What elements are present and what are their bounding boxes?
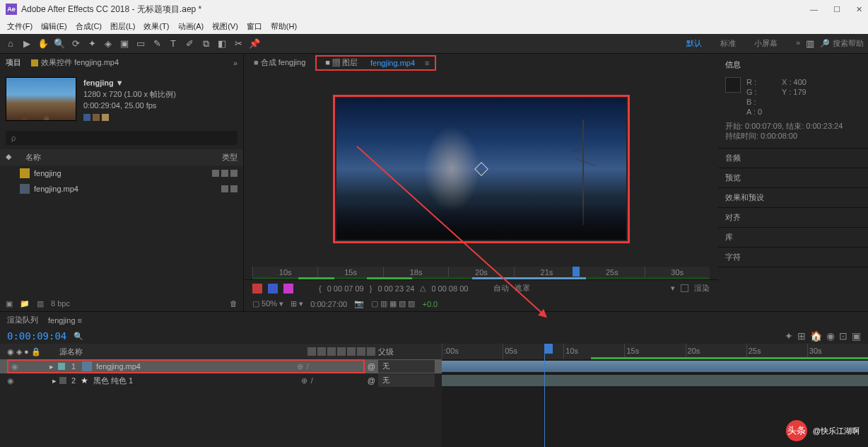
zoom-tool-icon[interactable]: 🔍 xyxy=(53,37,66,50)
panel-align[interactable]: 对齐 xyxy=(718,208,868,228)
eraser-tool-icon[interactable]: ◧ xyxy=(216,37,228,50)
close-button[interactable]: ✕ xyxy=(856,5,862,14)
red-swatch[interactable] xyxy=(252,284,262,294)
menu-effect[interactable]: 效果(T) xyxy=(141,21,172,33)
pen-tool-icon[interactable]: ✎ xyxy=(151,37,163,50)
playhead-icon[interactable] xyxy=(573,267,580,277)
layer-bar-1[interactable] xyxy=(442,361,868,372)
zoom-dropdown[interactable]: ▢ 50% ▾ xyxy=(252,299,283,308)
home-icon[interactable]: ⌂ xyxy=(4,37,17,50)
parent-dropdown[interactable]: 无 xyxy=(378,360,435,373)
alpha-dropdown[interactable]: 自动 xyxy=(493,283,509,294)
text-tool-icon[interactable]: T xyxy=(167,37,180,50)
workspace-menu-icon[interactable]: ▥ xyxy=(804,37,816,50)
expand-icon[interactable]: ▸ xyxy=(52,376,57,385)
workspace-more-icon[interactable]: » xyxy=(796,38,800,49)
out-time[interactable]: 0 00 23 24 xyxy=(377,284,414,293)
workspace-small[interactable]: 小屏幕 xyxy=(754,38,778,49)
panel-info-title[interactable]: 信息 xyxy=(718,57,868,73)
panel-menu-icon[interactable]: ≡ xyxy=(425,59,429,67)
new-folder-icon[interactable]: 📁 xyxy=(20,299,30,308)
maximize-button[interactable]: ☐ xyxy=(833,5,840,14)
in-bracket-icon[interactable]: { xyxy=(319,284,322,293)
menu-help[interactable]: 帮助(H) xyxy=(268,21,300,33)
tab-render-queue[interactable]: 渲染队列 xyxy=(7,315,38,325)
hand-tool-icon[interactable]: ✋ xyxy=(37,37,49,50)
tab-timeline-comp[interactable]: fengjing ≡ xyxy=(48,316,82,325)
panel-character[interactable]: 字符 xyxy=(718,248,868,267)
current-timecode[interactable]: 0:00:09:04 xyxy=(7,330,66,342)
puppet-tool-icon[interactable]: 📌 xyxy=(248,37,261,50)
tab-effect-controls[interactable]: 效果控件 fengjing.mp4 xyxy=(31,57,119,68)
out-bracket-icon[interactable]: } xyxy=(370,284,373,293)
camera-tool-icon[interactable]: ◈ xyxy=(102,37,115,50)
interpret-icon[interactable]: ▣ xyxy=(6,299,13,308)
help-search[interactable]: 🔎 搜索帮助 xyxy=(820,38,864,49)
asset-thumbnail[interactable] xyxy=(6,77,76,121)
asset-name[interactable]: fengjing ▼ xyxy=(83,77,176,88)
current-time[interactable]: 0:00:27:00 xyxy=(310,300,347,308)
panel-libraries[interactable]: 库 xyxy=(718,228,868,248)
playhead-icon[interactable] xyxy=(544,344,553,354)
mini-time-ruler[interactable]: 10s 15s 18s 20s 21s 25s 30s xyxy=(252,267,710,279)
panel-audio[interactable]: 音频 xyxy=(718,149,868,168)
parent-pickwhip-icon[interactable]: @ xyxy=(368,362,375,371)
menu-anim[interactable]: 动画(A) xyxy=(175,21,207,33)
selection-tool-icon[interactable]: ▶ xyxy=(20,37,33,50)
rotate-tool-icon[interactable]: ✦ xyxy=(86,37,98,50)
menu-file[interactable]: 文件(F) xyxy=(4,21,35,33)
expand-icon[interactable]: ▸ xyxy=(49,362,54,371)
res-dropdown[interactable]: ⊞ ▾ xyxy=(291,299,303,308)
roto-tool-icon[interactable]: ✂ xyxy=(232,37,245,50)
menu-comp[interactable]: 合成(C) xyxy=(73,21,105,33)
layer-row-1[interactable]: ◉ ▸ 1 fengjing.mp4 ⊕/ @ 无 xyxy=(0,359,442,373)
menu-layer[interactable]: 图层(L) xyxy=(107,21,138,33)
workspace-standard[interactable]: 标准 xyxy=(720,38,736,49)
visibility-icon[interactable]: ◉ xyxy=(7,376,16,385)
project-item-comp[interactable]: fengjing xyxy=(0,166,243,181)
blue-swatch[interactable] xyxy=(268,284,278,294)
tl-snap-icon[interactable]: ▣ xyxy=(852,330,861,342)
magenta-swatch[interactable] xyxy=(283,284,293,294)
panel-effects[interactable]: 效果和预设 xyxy=(718,188,868,208)
tab-composition[interactable]: ■ 合成 fengjing xyxy=(251,56,308,69)
tl-shy-icon[interactable]: 🏠 xyxy=(810,330,822,342)
pan-behind-icon[interactable]: ▣ xyxy=(118,37,131,50)
tl-graph-icon[interactable]: ⊡ xyxy=(839,330,848,342)
col-parent[interactable]: 父级 xyxy=(378,347,435,357)
duration-time[interactable]: 0 00 08 00 xyxy=(431,284,468,293)
visibility-icon[interactable]: ◉ xyxy=(11,362,20,371)
tl-comp-icon[interactable]: ⊞ xyxy=(797,330,806,342)
menu-edit[interactable]: 编辑(E) xyxy=(38,21,70,33)
menu-view[interactable]: 视图(V) xyxy=(209,21,241,33)
layer-bar-2[interactable] xyxy=(442,375,868,386)
snapshot-icon[interactable]: 📷 xyxy=(354,299,364,308)
render-checkbox[interactable] xyxy=(681,284,688,292)
column-type[interactable]: 类型 xyxy=(222,152,237,163)
tl-blur-icon[interactable]: ◉ xyxy=(826,330,835,342)
shape-tool-icon[interactable]: ▭ xyxy=(134,37,147,50)
parent-pickwhip-icon[interactable]: @ xyxy=(368,376,375,385)
in-time[interactable]: 0 00 07 09 xyxy=(327,284,364,293)
tl-tool-icon[interactable]: ✦ xyxy=(785,330,793,342)
layer-name[interactable]: fengjing.mp4 xyxy=(96,362,293,371)
brush-tool-icon[interactable]: ✐ xyxy=(183,37,196,50)
new-comp-icon[interactable]: ▥ xyxy=(37,299,44,308)
tab-project[interactable]: 项目 xyxy=(6,57,21,68)
tab-footage[interactable]: fengjing.mp4 xyxy=(368,57,418,69)
channel-icons[interactable]: ▢ ▥ ▦ ▧ ▨ xyxy=(371,299,415,308)
panel-menu-icon[interactable]: » xyxy=(233,59,237,67)
project-search[interactable]: ρ xyxy=(6,131,237,145)
dur-bracket-icon[interactable]: △ xyxy=(420,284,426,293)
orbit-tool-icon[interactable]: ⟳ xyxy=(69,37,82,50)
clone-tool-icon[interactable]: ⧉ xyxy=(199,37,212,50)
timeline-search-icon[interactable]: 🔍 xyxy=(74,330,86,342)
project-item-footage[interactable]: fengjing.mp4 xyxy=(0,181,243,197)
label-column-icon[interactable]: ◆ xyxy=(6,152,11,163)
col-source-name[interactable]: 源名称 xyxy=(45,347,305,357)
panel-preview[interactable]: 预览 xyxy=(718,168,868,188)
work-area-bar[interactable] xyxy=(591,357,868,359)
bpc-toggle[interactable]: 8 bpc xyxy=(51,299,70,308)
trash-icon[interactable]: 🗑 xyxy=(230,299,237,308)
tab-layer[interactable]: ■ ▦ 图层 xyxy=(322,56,360,69)
